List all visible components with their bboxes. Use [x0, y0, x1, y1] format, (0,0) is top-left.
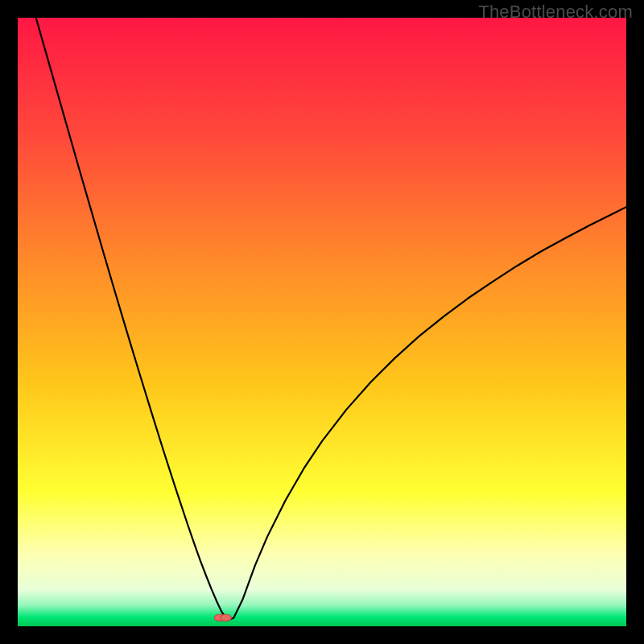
marker-group	[214, 614, 231, 621]
optimal-marker	[221, 614, 232, 621]
watermark-text: TheBottleneck.com	[478, 2, 633, 23]
bottleneck-chart	[18, 18, 626, 626]
chart-stage: TheBottleneck.com	[0, 0, 644, 644]
plot-background	[18, 18, 626, 626]
